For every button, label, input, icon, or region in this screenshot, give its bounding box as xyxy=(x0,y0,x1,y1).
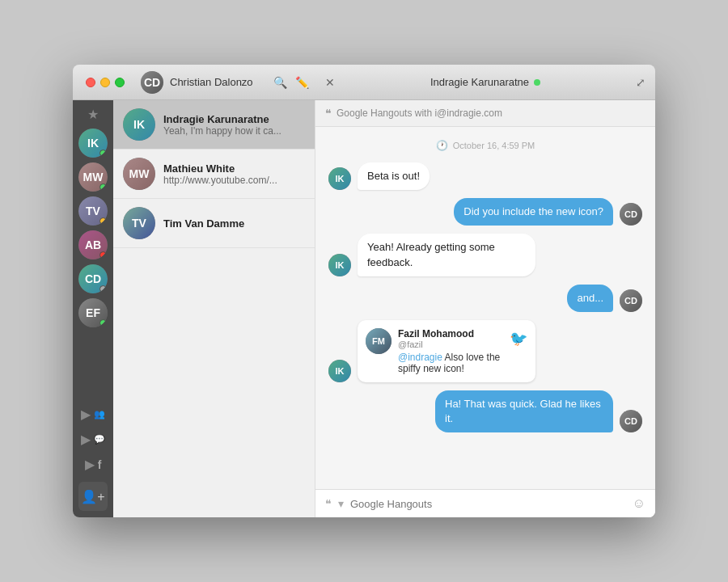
status-dot-6 xyxy=(99,319,107,327)
titlebar-right: ✕ Indragie Karunaratne ⤢ xyxy=(315,76,655,88)
facebook-label: f xyxy=(98,458,102,471)
twitter-card-avatar: FM xyxy=(366,328,392,354)
contact-item-tim[interactable]: TV Tim Van Damme xyxy=(113,199,315,248)
contact-item-indragie[interactable]: IK Indragie Karunaratne Yeah, I'm happy … xyxy=(113,100,315,150)
sidebar-avatar-5[interactable]: CD xyxy=(78,264,108,293)
titlebar: CD Christian Dalonzo 🔍 ✏️ ✕ Indragie Kar… xyxy=(73,65,655,100)
chat-messages: 🕐 October 16, 4:59 PM IK Beta is out! CD xyxy=(315,127,655,489)
twitter-card-name: Fazil Mohamood xyxy=(398,328,503,340)
clock-icon: 🕐 xyxy=(436,140,448,151)
contact-info-indragie: Indragie Karunaratne Yeah, I'm happy how… xyxy=(163,113,305,137)
msg-avatar-3: IK xyxy=(328,254,351,276)
bubble-2: Did you include the new icon? xyxy=(454,198,613,226)
bubble-1: Beta is out! xyxy=(358,162,430,190)
msg-avatar-5: IK xyxy=(328,360,351,382)
expand-icon[interactable]: ⤢ xyxy=(636,76,645,89)
starred-icon[interactable]: ★ xyxy=(87,107,99,122)
msg-avatar-1: IK xyxy=(328,167,351,190)
message-row-5: IK FM Fazil Mohamood @fazil @indragie Al… xyxy=(328,320,642,382)
groups-label: 👥 xyxy=(94,409,105,420)
contact-item-mathieu[interactable]: MW Mathieu White http://www.youtube.com/… xyxy=(113,150,315,199)
contact-info-mathieu: Mathieu White http://www.youtube.com/... xyxy=(163,162,305,186)
online-status-dot xyxy=(534,79,540,86)
timestamp-text: October 16, 4:59 PM xyxy=(453,141,535,150)
message-text-4: and... xyxy=(577,292,603,304)
message-text-3: Yeah! Already getting some feedback. xyxy=(367,241,495,268)
hangouts-icon: ❝ xyxy=(325,107,332,120)
traffic-lights xyxy=(76,78,134,87)
contact-avatar-mathieu: MW xyxy=(123,158,155,190)
twitter-card-text: @indragie Also love the spiffy new icon! xyxy=(398,352,503,374)
messages-icon: ▶ xyxy=(81,432,91,447)
sidebar-groups-item[interactable]: ▶ 👥 xyxy=(73,403,113,425)
chat-area: ❝ Google Hangouts with i@indragie.com 🕐 … xyxy=(315,100,655,517)
status-dot-4 xyxy=(99,251,107,259)
twitter-mention: @indragie xyxy=(398,352,442,363)
sidebar: ★ IK MW TV AB CD EF xyxy=(73,100,113,517)
contact-list: IK Indragie Karunaratne Yeah, I'm happy … xyxy=(113,100,315,517)
sidebar-avatar-6[interactable]: EF xyxy=(78,298,108,327)
chat-input-bar: ❝ ▾ ☺ xyxy=(315,489,655,517)
message-row-2: CD Did you include the new icon? xyxy=(328,198,642,226)
app-window: CD Christian Dalonzo 🔍 ✏️ ✕ Indragie Kar… xyxy=(73,65,655,517)
facebook-icon: ▶ xyxy=(85,457,95,472)
contact-name-indragie: Indragie Karunaratne xyxy=(163,113,305,125)
sidebar-avatar-1[interactable]: IK xyxy=(78,129,108,158)
contact-preview-mathieu: http://www.youtube.com/... xyxy=(163,175,305,186)
message-text-1: Beta is out! xyxy=(367,170,420,182)
chat-contact-name: Indragie Karunaratne xyxy=(430,76,529,88)
msg-avatar-4: CD xyxy=(620,289,642,312)
chat-header-text: Google Hangouts with i@indragie.com xyxy=(336,108,502,119)
twitter-card-content: Fazil Mohamood @fazil @indragie Also lov… xyxy=(398,328,503,374)
twitter-bird-icon: 🐦 xyxy=(510,330,527,348)
sidebar-bottom: ▶ 👥 ▶ 💬 ▶ f 👤+ xyxy=(73,403,113,517)
chevron-down-icon[interactable]: ▾ xyxy=(338,497,344,510)
bubble-3: Yeah! Already getting some feedback. xyxy=(358,234,535,276)
status-dot-3 xyxy=(99,217,107,225)
minimize-button[interactable] xyxy=(100,78,110,87)
twitter-card-handle: @fazil xyxy=(398,340,503,349)
timestamp-row: 🕐 October 16, 4:59 PM xyxy=(328,140,642,151)
message-row-3: IK Yeah! Already getting some feedback. xyxy=(328,234,642,276)
search-icon[interactable]: 🔍 xyxy=(273,76,287,89)
contact-name-mathieu: Mathieu White xyxy=(163,162,305,175)
titlebar-user-name: Christian Dalonzo xyxy=(170,76,253,88)
messages-label: 💬 xyxy=(94,434,105,445)
maximize-button[interactable] xyxy=(115,78,125,87)
contact-info-tim: Tim Van Damme xyxy=(163,217,305,230)
status-dot-5 xyxy=(99,285,107,293)
sidebar-avatar-3[interactable]: TV xyxy=(78,196,108,226)
panel-close-icon[interactable]: ✕ xyxy=(325,76,335,89)
sidebar-messages-item[interactable]: ▶ 💬 xyxy=(73,428,113,450)
add-contact-icon: 👤+ xyxy=(81,489,104,504)
close-button[interactable] xyxy=(86,78,95,87)
contact-name-tim: Tim Van Damme xyxy=(163,217,305,230)
sidebar-facebook-item[interactable]: ▶ f xyxy=(73,453,113,475)
sidebar-avatar-2[interactable]: MW xyxy=(78,162,108,192)
titlebar-left: CD Christian Dalonzo 🔍 ✏️ xyxy=(73,71,315,94)
main-content: ★ IK MW TV AB CD EF xyxy=(73,100,655,517)
bubble-6: Ha! That was quick. Glad he likes it. xyxy=(435,390,613,432)
msg-avatar-6: CD xyxy=(620,410,642,432)
hangouts-input-icon: ❝ xyxy=(325,497,332,510)
message-row-6: CD Ha! That was quick. Glad he likes it. xyxy=(328,390,642,432)
contact-avatar-indragie: IK xyxy=(123,108,155,141)
msg-avatar-2: CD xyxy=(620,203,642,226)
compose-icon[interactable]: ✏️ xyxy=(295,76,309,89)
sidebar-avatar-4[interactable]: AB xyxy=(78,230,108,259)
message-input[interactable] xyxy=(350,498,626,510)
emoji-icon[interactable]: ☺ xyxy=(633,496,645,511)
message-text-2: Did you include the new icon? xyxy=(463,205,603,217)
chat-header: ❝ Google Hangouts with i@indragie.com xyxy=(315,100,655,127)
titlebar-icons: 🔍 ✏️ xyxy=(273,76,315,89)
message-row-4: CD and... xyxy=(328,285,642,312)
message-text-6: Ha! That was quick. Glad he likes it. xyxy=(445,398,601,424)
twitter-card: FM Fazil Mohamood @fazil @indragie Also … xyxy=(358,320,535,382)
add-contact-button[interactable]: 👤+ xyxy=(78,482,108,511)
status-dot-1 xyxy=(99,150,107,157)
titlebar-avatar: CD xyxy=(141,71,163,94)
groups-icon: ▶ xyxy=(81,407,91,422)
contact-avatar-tim: TV xyxy=(123,207,155,239)
message-row-1: IK Beta is out! xyxy=(328,162,642,190)
bubble-4: and... xyxy=(567,285,613,312)
